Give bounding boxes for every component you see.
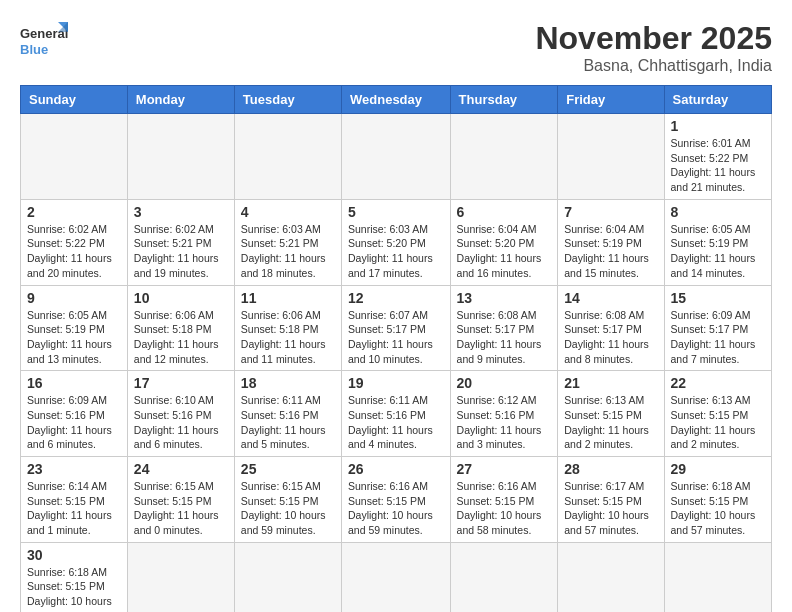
day-info-19: Sunrise: 6:11 AMSunset: 5:16 PMDaylight:…: [348, 393, 444, 452]
day-13: 13 Sunrise: 6:08 AMSunset: 5:17 PMDaylig…: [450, 285, 558, 371]
day-info-22: Sunrise: 6:13 AMSunset: 5:15 PMDaylight:…: [671, 393, 765, 452]
day-number-11: 11: [241, 290, 335, 306]
day-30: 30 Sunrise: 6:18 AMSunset: 5:15 PMDaylig…: [21, 542, 128, 612]
empty-cell: [127, 114, 234, 200]
title-block: November 2025 Basna, Chhattisgarh, India: [535, 20, 772, 75]
empty-cell: [127, 542, 234, 612]
day-number-4: 4: [241, 204, 335, 220]
day-number-12: 12: [348, 290, 444, 306]
empty-cell: [450, 542, 558, 612]
day-8: 8 Sunrise: 6:05 AMSunset: 5:19 PMDayligh…: [664, 199, 771, 285]
empty-cell: [558, 114, 664, 200]
empty-cell: [234, 114, 341, 200]
day-15: 15 Sunrise: 6:09 AMSunset: 5:17 PMDaylig…: [664, 285, 771, 371]
day-info-21: Sunrise: 6:13 AMSunset: 5:15 PMDaylight:…: [564, 393, 657, 452]
day-info-25: Sunrise: 6:15 AMSunset: 5:15 PMDaylight:…: [241, 479, 335, 538]
day-4: 4 Sunrise: 6:03 AMSunset: 5:21 PMDayligh…: [234, 199, 341, 285]
day-6: 6 Sunrise: 6:04 AMSunset: 5:20 PMDayligh…: [450, 199, 558, 285]
calendar-row-1: 1 Sunrise: 6:01 AMSunset: 5:22 PMDayligh…: [21, 114, 772, 200]
empty-cell: [21, 114, 128, 200]
day-number-18: 18: [241, 375, 335, 391]
calendar-row-5: 23 Sunrise: 6:14 AMSunset: 5:15 PMDaylig…: [21, 457, 772, 543]
day-11: 11 Sunrise: 6:06 AMSunset: 5:18 PMDaylig…: [234, 285, 341, 371]
day-number-15: 15: [671, 290, 765, 306]
header-tuesday: Tuesday: [234, 86, 341, 114]
empty-cell: [558, 542, 664, 612]
header: General Blue November 2025 Basna, Chhatt…: [20, 20, 772, 75]
calendar-row-4: 16 Sunrise: 6:09 AMSunset: 5:16 PMDaylig…: [21, 371, 772, 457]
day-info-7: Sunrise: 6:04 AMSunset: 5:19 PMDaylight:…: [564, 222, 657, 281]
day-number-1: 1: [671, 118, 765, 134]
day-info-11: Sunrise: 6:06 AMSunset: 5:18 PMDaylight:…: [241, 308, 335, 367]
day-number-5: 5: [348, 204, 444, 220]
location-subtitle: Basna, Chhattisgarh, India: [535, 57, 772, 75]
day-19: 19 Sunrise: 6:11 AMSunset: 5:16 PMDaylig…: [342, 371, 451, 457]
day-23: 23 Sunrise: 6:14 AMSunset: 5:15 PMDaylig…: [21, 457, 128, 543]
weekday-header-row: Sunday Monday Tuesday Wednesday Thursday…: [21, 86, 772, 114]
day-10: 10 Sunrise: 6:06 AMSunset: 5:18 PMDaylig…: [127, 285, 234, 371]
day-info-8: Sunrise: 6:05 AMSunset: 5:19 PMDaylight:…: [671, 222, 765, 281]
header-thursday: Thursday: [450, 86, 558, 114]
day-info-14: Sunrise: 6:08 AMSunset: 5:17 PMDaylight:…: [564, 308, 657, 367]
day-1: 1 Sunrise: 6:01 AMSunset: 5:22 PMDayligh…: [664, 114, 771, 200]
day-16: 16 Sunrise: 6:09 AMSunset: 5:16 PMDaylig…: [21, 371, 128, 457]
logo-svg: General Blue: [20, 20, 70, 64]
day-17: 17 Sunrise: 6:10 AMSunset: 5:16 PMDaylig…: [127, 371, 234, 457]
day-info-26: Sunrise: 6:16 AMSunset: 5:15 PMDaylight:…: [348, 479, 444, 538]
day-25: 25 Sunrise: 6:15 AMSunset: 5:15 PMDaylig…: [234, 457, 341, 543]
empty-cell: [342, 542, 451, 612]
logo: General Blue: [20, 20, 70, 64]
day-number-26: 26: [348, 461, 444, 477]
day-2: 2 Sunrise: 6:02 AMSunset: 5:22 PMDayligh…: [21, 199, 128, 285]
day-20: 20 Sunrise: 6:12 AMSunset: 5:16 PMDaylig…: [450, 371, 558, 457]
day-info-2: Sunrise: 6:02 AMSunset: 5:22 PMDaylight:…: [27, 222, 121, 281]
day-info-20: Sunrise: 6:12 AMSunset: 5:16 PMDaylight:…: [457, 393, 552, 452]
empty-cell: [342, 114, 451, 200]
day-info-30: Sunrise: 6:18 AMSunset: 5:15 PMDaylight:…: [27, 565, 121, 612]
day-number-22: 22: [671, 375, 765, 391]
day-24: 24 Sunrise: 6:15 AMSunset: 5:15 PMDaylig…: [127, 457, 234, 543]
calendar-row-2: 2 Sunrise: 6:02 AMSunset: 5:22 PMDayligh…: [21, 199, 772, 285]
day-info-27: Sunrise: 6:16 AMSunset: 5:15 PMDaylight:…: [457, 479, 552, 538]
day-number-20: 20: [457, 375, 552, 391]
calendar-row-3: 9 Sunrise: 6:05 AMSunset: 5:19 PMDayligh…: [21, 285, 772, 371]
day-12: 12 Sunrise: 6:07 AMSunset: 5:17 PMDaylig…: [342, 285, 451, 371]
day-info-18: Sunrise: 6:11 AMSunset: 5:16 PMDaylight:…: [241, 393, 335, 452]
day-27: 27 Sunrise: 6:16 AMSunset: 5:15 PMDaylig…: [450, 457, 558, 543]
day-9: 9 Sunrise: 6:05 AMSunset: 5:19 PMDayligh…: [21, 285, 128, 371]
day-info-6: Sunrise: 6:04 AMSunset: 5:20 PMDaylight:…: [457, 222, 552, 281]
day-info-5: Sunrise: 6:03 AMSunset: 5:20 PMDaylight:…: [348, 222, 444, 281]
calendar-table: Sunday Monday Tuesday Wednesday Thursday…: [20, 85, 772, 612]
day-18: 18 Sunrise: 6:11 AMSunset: 5:16 PMDaylig…: [234, 371, 341, 457]
empty-cell: [450, 114, 558, 200]
svg-text:General: General: [20, 26, 68, 41]
day-number-29: 29: [671, 461, 765, 477]
header-wednesday: Wednesday: [342, 86, 451, 114]
day-info-23: Sunrise: 6:14 AMSunset: 5:15 PMDaylight:…: [27, 479, 121, 538]
day-info-4: Sunrise: 6:03 AMSunset: 5:21 PMDaylight:…: [241, 222, 335, 281]
empty-cell: [664, 542, 771, 612]
day-number-27: 27: [457, 461, 552, 477]
day-info-10: Sunrise: 6:06 AMSunset: 5:18 PMDaylight:…: [134, 308, 228, 367]
day-number-19: 19: [348, 375, 444, 391]
day-number-8: 8: [671, 204, 765, 220]
day-number-25: 25: [241, 461, 335, 477]
day-info-9: Sunrise: 6:05 AMSunset: 5:19 PMDaylight:…: [27, 308, 121, 367]
day-26: 26 Sunrise: 6:16 AMSunset: 5:15 PMDaylig…: [342, 457, 451, 543]
day-28: 28 Sunrise: 6:17 AMSunset: 5:15 PMDaylig…: [558, 457, 664, 543]
day-number-9: 9: [27, 290, 121, 306]
day-22: 22 Sunrise: 6:13 AMSunset: 5:15 PMDaylig…: [664, 371, 771, 457]
day-number-16: 16: [27, 375, 121, 391]
day-info-28: Sunrise: 6:17 AMSunset: 5:15 PMDaylight:…: [564, 479, 657, 538]
day-number-21: 21: [564, 375, 657, 391]
header-friday: Friday: [558, 86, 664, 114]
header-monday: Monday: [127, 86, 234, 114]
day-info-29: Sunrise: 6:18 AMSunset: 5:15 PMDaylight:…: [671, 479, 765, 538]
day-7: 7 Sunrise: 6:04 AMSunset: 5:19 PMDayligh…: [558, 199, 664, 285]
day-info-15: Sunrise: 6:09 AMSunset: 5:17 PMDaylight:…: [671, 308, 765, 367]
month-year-title: November 2025: [535, 20, 772, 57]
day-3: 3 Sunrise: 6:02 AMSunset: 5:21 PMDayligh…: [127, 199, 234, 285]
day-number-23: 23: [27, 461, 121, 477]
day-5: 5 Sunrise: 6:03 AMSunset: 5:20 PMDayligh…: [342, 199, 451, 285]
day-number-14: 14: [564, 290, 657, 306]
